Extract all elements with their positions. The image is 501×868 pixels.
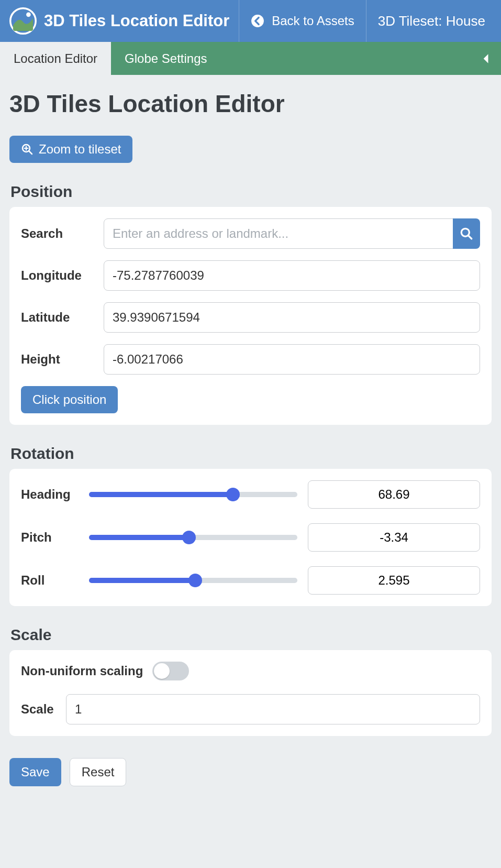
pitch-slider[interactable] bbox=[89, 532, 297, 543]
longitude-input[interactable] bbox=[104, 260, 480, 291]
svg-point-1 bbox=[26, 13, 31, 17]
non-uniform-scaling-toggle[interactable] bbox=[152, 662, 189, 680]
scale-label: Scale bbox=[21, 702, 57, 717]
main-content: 3D Tiles Location Editor Zoom to tileset… bbox=[0, 75, 501, 802]
rotation-panel: Heading Pitch Roll bbox=[9, 469, 492, 606]
pitch-label: Pitch bbox=[21, 530, 79, 545]
toggle-knob bbox=[154, 663, 170, 679]
zoom-in-icon bbox=[21, 143, 34, 156]
pitch-value-input[interactable] bbox=[308, 523, 480, 552]
position-panel: Search Longitude Latitude bbox=[9, 207, 492, 425]
tab-label: Globe Settings bbox=[125, 51, 207, 66]
search-label: Search bbox=[21, 226, 94, 241]
tab-bar: Location Editor Globe Settings bbox=[0, 42, 501, 75]
button-label: Click position bbox=[32, 392, 106, 407]
roll-label: Roll bbox=[21, 573, 79, 588]
slider-fill bbox=[89, 535, 189, 540]
button-label: Reset bbox=[82, 765, 115, 779]
slider-fill bbox=[89, 578, 195, 583]
app-header: 3D Tiles Location Editor Back to Assets … bbox=[0, 0, 501, 42]
search-icon bbox=[460, 227, 473, 240]
zoom-to-tileset-button[interactable]: Zoom to tileset bbox=[9, 136, 132, 163]
svg-point-2 bbox=[251, 15, 264, 27]
height-label: Height bbox=[21, 352, 94, 367]
search-button[interactable] bbox=[453, 218, 480, 249]
scale-panel: Non-uniform scaling Scale bbox=[9, 650, 492, 736]
app-logo-icon bbox=[9, 7, 37, 35]
app-title: 3D Tiles Location Editor bbox=[44, 12, 229, 30]
position-section-title: Position bbox=[10, 183, 492, 201]
app-brand: 3D Tiles Location Editor bbox=[0, 0, 239, 42]
tileset-name: 3D Tileset: House bbox=[366, 0, 501, 42]
arrow-left-circle-icon bbox=[251, 14, 264, 28]
latitude-label: Latitude bbox=[21, 310, 94, 325]
back-to-assets-button[interactable]: Back to Assets bbox=[239, 0, 365, 42]
page-title: 3D Tiles Location Editor bbox=[9, 90, 492, 118]
back-label: Back to Assets bbox=[272, 14, 354, 28]
rotation-section-title: Rotation bbox=[10, 445, 492, 463]
slider-thumb[interactable] bbox=[182, 531, 196, 544]
tab-globe-settings[interactable]: Globe Settings bbox=[111, 42, 220, 75]
height-input[interactable] bbox=[104, 344, 480, 375]
button-label: Zoom to tileset bbox=[39, 142, 121, 157]
reset-button[interactable]: Reset bbox=[70, 758, 127, 786]
caret-left-icon bbox=[481, 53, 489, 64]
search-input[interactable] bbox=[104, 218, 453, 249]
non-uniform-label: Non-uniform scaling bbox=[21, 664, 143, 678]
footer-actions: Save Reset bbox=[9, 758, 492, 786]
roll-slider[interactable] bbox=[89, 575, 297, 586]
heading-label: Heading bbox=[21, 487, 79, 502]
svg-line-4 bbox=[29, 151, 32, 155]
slider-thumb[interactable] bbox=[226, 488, 240, 501]
heading-value-input[interactable] bbox=[308, 480, 480, 509]
tab-location-editor[interactable]: Location Editor bbox=[0, 42, 111, 75]
slider-thumb[interactable] bbox=[188, 574, 202, 587]
scale-input[interactable] bbox=[66, 694, 480, 724]
roll-value-input[interactable] bbox=[308, 566, 480, 595]
longitude-label: Longitude bbox=[21, 268, 94, 283]
scale-section-title: Scale bbox=[10, 626, 492, 644]
button-label: Save bbox=[21, 765, 50, 779]
heading-slider[interactable] bbox=[89, 489, 297, 500]
collapse-panel-button[interactable] bbox=[470, 42, 501, 75]
svg-line-8 bbox=[469, 236, 472, 239]
slider-fill bbox=[89, 492, 233, 497]
latitude-input[interactable] bbox=[104, 302, 480, 333]
save-button[interactable]: Save bbox=[9, 758, 61, 786]
click-position-button[interactable]: Click position bbox=[21, 386, 118, 413]
tab-label: Location Editor bbox=[14, 51, 97, 66]
